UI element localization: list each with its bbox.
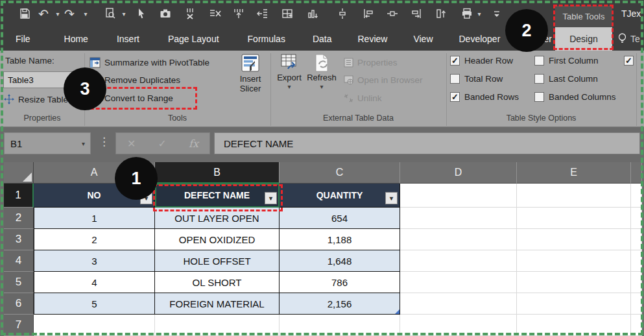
insert-slicer-button[interactable]: Insert Slicer <box>232 53 268 93</box>
cell-empty[interactable] <box>34 315 155 336</box>
last-column-checkbox[interactable]: Last Column <box>534 74 598 84</box>
delete-columns-icon[interactable] <box>182 5 198 23</box>
column-header-b-selected[interactable]: B <box>155 162 280 184</box>
first-column-checkbox[interactable]: First Column <box>534 56 599 66</box>
cell-empty[interactable] <box>631 293 642 315</box>
cell-empty[interactable] <box>631 272 642 293</box>
cell-a3[interactable]: 2 <box>34 229 155 250</box>
align-middle-icon[interactable] <box>334 5 351 23</box>
tab-home[interactable]: Home <box>55 27 97 51</box>
row-header-5[interactable]: 5 <box>4 272 34 293</box>
cell-c1-table-header[interactable]: QUANTITY▾ <box>280 184 400 208</box>
row-header-4[interactable]: 4 <box>4 250 34 272</box>
column-header-c[interactable]: C <box>280 162 400 184</box>
select-all-corner[interactable] <box>4 162 34 184</box>
align-center-icon[interactable] <box>384 5 401 23</box>
insert-cells-up-icon[interactable] <box>230 5 247 23</box>
cell-empty[interactable] <box>631 184 642 208</box>
formula-bar-input[interactable]: DEFECT NAME <box>214 132 640 154</box>
camera-icon[interactable] <box>157 5 174 23</box>
cell-empty[interactable] <box>517 315 631 336</box>
cell-b5[interactable]: OL SHORT <box>155 272 280 293</box>
cell-c4[interactable]: 1,648 <box>280 250 400 272</box>
filter-dropdown-button[interactable]: ▾ <box>385 192 398 204</box>
header-row-checkbox[interactable]: ✓ Header Row <box>450 56 513 66</box>
insert-function-icon[interactable]: fx <box>189 138 198 150</box>
shift-cells-up-icon[interactable] <box>433 5 449 23</box>
row-header-2[interactable]: 2 <box>4 208 34 229</box>
filter-button-checkbox[interactable]: ✓ <box>624 56 634 66</box>
cell-empty[interactable] <box>400 229 517 250</box>
cell-empty[interactable] <box>517 293 631 315</box>
align-right-icon[interactable] <box>408 5 425 23</box>
cell-b6[interactable]: FOREIGN MATERIAL <box>155 293 280 315</box>
tab-page-layout[interactable]: Page Layout <box>159 27 228 51</box>
insert-cells-left-icon[interactable] <box>254 5 271 23</box>
quick-print-dropdown-icon[interactable]: ▾ <box>471 5 488 23</box>
align-left-icon[interactable] <box>360 5 377 23</box>
tab-formulas[interactable]: Formulas <box>239 27 294 51</box>
tell-me-box[interactable]: Te <box>617 27 640 51</box>
tab-file[interactable]: File <box>6 27 40 51</box>
delete-rows-icon[interactable] <box>207 5 224 23</box>
table-insert-icon[interactable] <box>279 5 296 23</box>
cell-a6[interactable]: 5 <box>34 293 155 315</box>
banded-columns-checkbox[interactable]: Banded Columns <box>534 92 616 102</box>
cell-empty[interactable] <box>400 272 517 293</box>
table-resize-handle[interactable] <box>395 309 400 314</box>
row-header-6[interactable]: 6 <box>4 293 34 315</box>
redo-icon[interactable]: ↷ <box>61 5 78 23</box>
column-header-partial[interactable] <box>631 162 642 184</box>
select-pointer-icon[interactable] <box>133 5 150 23</box>
cell-c2[interactable]: 654 <box>280 208 400 229</box>
cell-c6[interactable]: 2,156 <box>280 293 400 315</box>
cell-b1-table-header-selected[interactable]: DEFECT NAME▾ <box>155 184 280 208</box>
cell-empty[interactable] <box>400 315 517 336</box>
summarize-with-pivottable-button[interactable]: Summarize with PivotTable <box>89 54 209 70</box>
name-box[interactable]: B1 ▾ <box>4 132 91 154</box>
cell-empty[interactable] <box>517 229 631 250</box>
cell-b2[interactable]: OUT LAYER OPEN <box>155 208 280 229</box>
column-header-e[interactable]: E <box>517 162 631 184</box>
tab-insert[interactable]: Insert <box>108 27 149 51</box>
save-icon[interactable] <box>16 5 33 23</box>
cell-a4[interactable]: 3 <box>34 250 155 272</box>
cell-empty[interactable] <box>631 315 642 336</box>
cell-empty[interactable] <box>517 208 631 229</box>
account-name[interactable]: TJex <box>621 8 641 19</box>
total-row-checkbox[interactable]: Total Row <box>450 74 503 84</box>
cell-a2[interactable]: 1 <box>34 208 155 229</box>
tab-developer[interactable]: Developer <box>450 27 510 51</box>
cell-empty[interactable] <box>400 208 517 229</box>
cell-empty[interactable] <box>517 184 631 208</box>
export-button[interactable]: Export ▾ <box>274 53 305 90</box>
row-header-1-selected[interactable]: 1 <box>4 184 34 208</box>
cell-empty[interactable] <box>631 229 642 250</box>
tab-design-active[interactable]: Design <box>555 27 612 51</box>
customize-qat-icon[interactable] <box>488 5 505 23</box>
tab-review[interactable]: Review <box>349 27 397 51</box>
tab-data[interactable]: Data <box>304 27 341 51</box>
column-header-d[interactable]: D <box>400 162 517 184</box>
name-box-dropdown-icon[interactable]: ▾ <box>82 140 90 147</box>
cell-empty[interactable] <box>517 250 631 272</box>
cell-empty[interactable] <box>631 208 642 229</box>
filter-dropdown-button[interactable]: ▾ <box>265 192 277 204</box>
cell-empty[interactable] <box>631 250 642 272</box>
redo-dropdown-icon[interactable]: ▾ <box>77 5 94 23</box>
cell-empty[interactable] <box>400 184 517 208</box>
cell-c3[interactable]: 1,188 <box>280 229 400 250</box>
cell-empty[interactable] <box>400 250 517 272</box>
chart-column-icon[interactable] <box>304 5 321 23</box>
resize-table-button[interactable]: Resize Table <box>4 91 68 107</box>
cell-empty[interactable] <box>517 272 631 293</box>
row-header-3[interactable]: 3 <box>4 229 34 250</box>
refresh-button[interactable]: Refresh ▾ <box>305 53 339 90</box>
cell-a5[interactable]: 4 <box>34 272 155 293</box>
cell-b3[interactable]: OPEN OXIDIZED <box>155 229 280 250</box>
banded-rows-checkbox[interactable]: ✓ Banded Rows <box>450 92 519 102</box>
cell-empty[interactable] <box>400 293 517 315</box>
cell-empty[interactable] <box>155 315 280 336</box>
tab-view[interactable]: View <box>404 27 442 51</box>
print-preview-dropdown-icon[interactable]: ▾ <box>115 5 132 23</box>
